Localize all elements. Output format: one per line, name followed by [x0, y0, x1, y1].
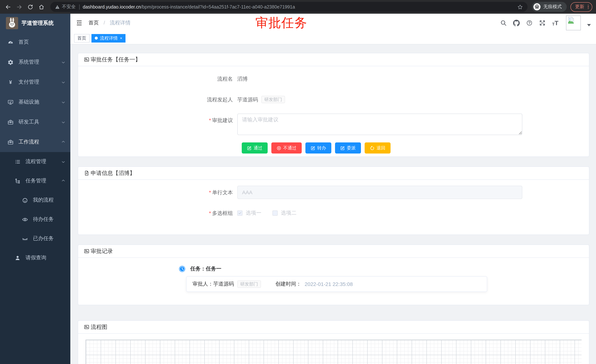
sidebar-item-label: 待办任务	[33, 216, 54, 223]
breadcrumb-home[interactable]: 首页	[89, 20, 99, 26]
checkbox-box	[272, 211, 278, 216]
reload-icon[interactable]	[26, 2, 35, 11]
sidebar: 芋道管理系统 首页系统管理¥支付管理基础设施研发工具工作流程 流程管理任务管理我…	[0, 14, 70, 364]
button-label: 退回	[376, 145, 385, 151]
button-label: 委派	[347, 145, 356, 151]
sidebar-item-我的流程[interactable]: 我的流程	[0, 190, 70, 210]
caret-down-icon[interactable]	[587, 24, 591, 26]
update-label: 更新	[575, 4, 584, 10]
checkbox-label: 选项二	[281, 210, 297, 216]
sidebar-submenu: 流程管理任务管理我的流程待办任务已办任务请假查询	[0, 152, 70, 364]
sidebar-item-任务管理[interactable]: 任务管理	[0, 171, 70, 190]
checkbox-label: 选项一	[246, 210, 261, 216]
button-label: 不通过	[283, 145, 297, 151]
svg-text:¥: ¥	[9, 79, 12, 85]
forward-icon[interactable]	[15, 2, 24, 11]
checkbox-box	[237, 211, 242, 216]
sidebar-fold-icon[interactable]	[75, 19, 83, 27]
home-icon[interactable]	[37, 2, 46, 11]
bpmn-canvas[interactable]	[86, 340, 581, 364]
security-label: 不安全	[62, 4, 76, 10]
checkbox-选项二: 选项二	[272, 210, 297, 216]
avatar[interactable]	[566, 15, 581, 30]
breadcrumb: 首页 / 流程详情	[89, 20, 130, 26]
incognito-icon	[533, 3, 541, 11]
github-icon[interactable]	[513, 20, 520, 26]
sidebar-item-label: 流程管理	[26, 158, 46, 165]
document-icon	[84, 170, 89, 176]
sidebar-item-基础设施[interactable]: 基础设施	[0, 92, 70, 112]
required-asterisk: *	[209, 117, 211, 123]
initiator-label: 流程发起人	[78, 93, 237, 106]
back-icon[interactable]	[4, 2, 13, 11]
circle-close-icon	[276, 146, 281, 150]
url-separator	[79, 4, 79, 9]
sidebar-item-系统管理[interactable]: 系统管理	[0, 52, 70, 72]
sidebar-item-研发工具[interactable]: 研发工具	[0, 112, 70, 132]
logo-row[interactable]: 芋道管理系统	[0, 14, 70, 32]
eye-icon	[22, 216, 28, 223]
approver-card: 审批人：芋道源码 研发部门 创建时间： 2022-01-21 22:35:08	[186, 276, 487, 292]
sidebar-item-待办任务[interactable]: 待办任务	[0, 210, 70, 229]
browser-menu-icon[interactable]	[588, 5, 589, 9]
chevron-down-icon	[61, 60, 66, 64]
navbar-actions: TT	[500, 15, 591, 30]
edit-icon	[247, 146, 252, 150]
process-diagram-card: 流程图	[78, 320, 589, 364]
url-bar[interactable]: 不安全 dashboard.yudao.iocoder.cn/bpm/proce…	[50, 2, 527, 12]
close-icon[interactable]: ×	[120, 36, 122, 40]
不通过-button[interactable]: 不通过	[271, 142, 302, 153]
tab-流程详情[interactable]: 流程详情×	[91, 34, 126, 42]
sidebar-item-label: 基础设施	[19, 99, 39, 105]
gear-icon	[7, 59, 14, 65]
process-name-row: 流程名 滔博	[78, 72, 589, 86]
apply-card-header: 申请信息【滔博】	[78, 167, 589, 180]
picture-icon	[84, 57, 89, 63]
sidebar-item-首页[interactable]: 首页	[0, 32, 70, 52]
sidebar-item-label: 工作流程	[19, 139, 39, 145]
initiator-value: 芋道源码	[237, 93, 258, 106]
font-size-icon[interactable]: TT	[552, 20, 559, 26]
approval-card-title: 审批任务【任务一】	[91, 56, 141, 63]
create-time-value: 2022-01-21 22:35:08	[305, 281, 353, 287]
eye-close-icon	[22, 235, 28, 242]
tab-首页[interactable]: 首页	[74, 34, 89, 42]
button-label: 通过	[253, 145, 262, 151]
opinion-textarea[interactable]	[237, 114, 522, 135]
opinion-row: *审批建议	[78, 114, 589, 135]
通过-button[interactable]: 通过	[242, 142, 268, 153]
yen-icon: ¥	[7, 79, 14, 85]
initiator-dept-tag: 研发部门	[261, 96, 285, 103]
approval-task-card: 审批任务【任务一】 流程名 滔博 流程发起人 芋道源码 研发部门	[78, 53, 589, 157]
sidebar-item-工作流程[interactable]: 工作流程	[0, 132, 70, 152]
question-icon[interactable]	[526, 20, 533, 26]
url-text: dashboard.yudao.iocoder.cn/bpm/process-i…	[83, 4, 514, 9]
sidebar-item-支付管理[interactable]: ¥支付管理	[0, 72, 70, 92]
update-button[interactable]: 更新	[570, 2, 592, 12]
tab-label: 流程详情	[100, 35, 118, 41]
browser-toolbar: 不安全 dashboard.yudao.iocoder.cn/bpm/proce…	[0, 0, 596, 14]
search-icon[interactable]	[500, 20, 507, 26]
fullscreen-icon[interactable]	[539, 20, 546, 26]
bookmark-star-icon[interactable]	[517, 4, 523, 10]
single-text-row: *单行文本	[78, 186, 589, 199]
record-card-title: 审批记录	[91, 248, 113, 255]
checkbox-group-label: 多选框组	[212, 210, 233, 216]
chevron-down-icon	[61, 80, 66, 84]
sidebar-item-请假查询[interactable]: 请假查询	[0, 248, 70, 268]
tab-label: 首页	[77, 35, 86, 41]
sidebar-item-已办任务[interactable]: 已办任务	[0, 229, 70, 248]
annotation-approval-task: 审批任务	[255, 15, 307, 31]
apply-card-title: 申请信息【滔博】	[91, 170, 135, 177]
委派-button[interactable]: 委派	[335, 142, 361, 153]
sidebar-item-流程管理[interactable]: 流程管理	[0, 152, 70, 171]
sidebar-item-label: 系统管理	[19, 59, 39, 66]
content: 审批任务【任务一】 流程名 滔博 流程发起人 芋道源码 研发部门	[70, 44, 596, 364]
转办-button[interactable]: 转办	[305, 142, 331, 153]
toolbox-icon	[7, 119, 14, 125]
tags-bar: 首页流程详情×	[70, 32, 596, 44]
退回-button[interactable]: 退回	[365, 142, 391, 153]
not-secure-warning-icon	[55, 4, 60, 9]
single-text-input	[237, 186, 522, 199]
sidebar-item-label: 请假查询	[26, 255, 46, 261]
